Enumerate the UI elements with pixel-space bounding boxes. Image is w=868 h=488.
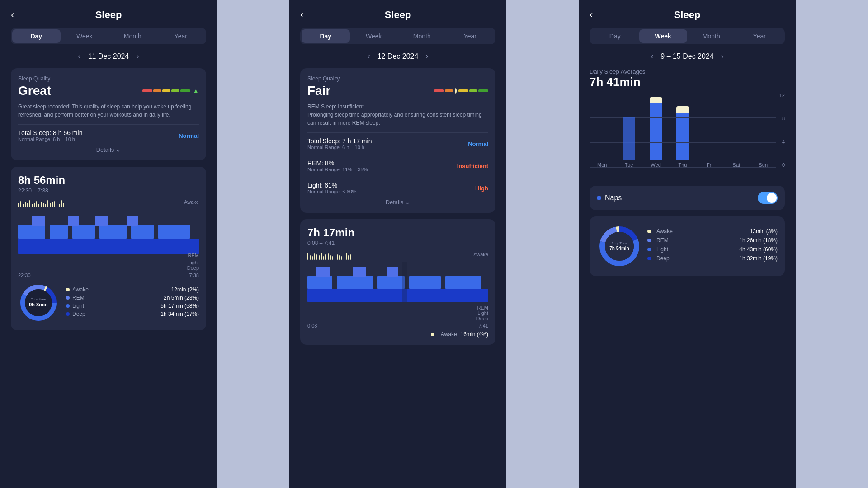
back-button-1[interactable]: ‹ (11, 9, 14, 21)
svg-rect-23 (445, 276, 481, 289)
avg-legend-rem: REM 1h 26min (18%) (647, 237, 778, 244)
svg-rect-26 (387, 267, 398, 277)
stat-total-2: Total Sleep: 7 h 17 min (307, 137, 372, 145)
svg-rect-3 (72, 225, 95, 239)
details-row-1[interactable]: Details ⌄ (18, 146, 199, 153)
svg-rect-6 (158, 225, 190, 239)
duration-time-2: 0:08 – 7:41 (307, 240, 488, 246)
daily-avg-value: 7h 41min (590, 75, 785, 89)
bar-mon: Mon (590, 93, 614, 168)
quality-stats-1: Total Sleep: 8 h 56 min Normal Range: 6 … (18, 124, 199, 142)
date-nav-1: ‹ 11 Dec 2024 › (11, 52, 206, 61)
tab-week-2[interactable]: Week (350, 29, 398, 43)
date-nav-3: ‹ 9 – 15 Dec 2024 › (590, 52, 785, 61)
date-label-3: 9 – 15 Dec 2024 (660, 52, 713, 61)
tab-day-1[interactable]: Day (12, 29, 61, 43)
legend-1: Awake 12min (2%) REM 2h 5min (23%) Light… (66, 286, 199, 319)
header-1: ‹ Sleep (11, 9, 206, 21)
prev-date-1[interactable]: ‹ (78, 52, 81, 61)
donut-section-1: Total time 9h 8min Awake 12min (2%) REM … (18, 282, 199, 323)
duration-card-2: 7h 17min 0:08 – 7:41 (300, 219, 495, 345)
tab-bar-1: Day Week Month Year (11, 28, 206, 44)
time-labels-2: 0:08 7:41 (307, 323, 488, 328)
back-button-3[interactable]: ‹ (590, 9, 593, 21)
bar-tue: Tue (616, 93, 641, 168)
awake-markers-2: Awake (307, 252, 488, 260)
tab-year-2[interactable]: Year (446, 29, 495, 43)
svg-rect-19 (307, 276, 332, 289)
svg-rect-2 (50, 225, 68, 239)
toggle-knob (767, 193, 777, 203)
panel-week-3: ‹ Sleep Day Week Month Year ‹ 9 – 15 Dec… (579, 0, 796, 488)
quality-card-2: Sleep Quality Fair REM Sleep: Insufficie… (300, 68, 495, 213)
stat-row-light-2: Light: 61% Normal Range: < 60% High (307, 178, 488, 194)
back-button-2[interactable]: ‹ (300, 9, 303, 21)
quality-card-1: Sleep Quality Great ▲ Great sleep record… (11, 68, 206, 160)
naps-toggle[interactable] (758, 192, 778, 204)
next-date-3[interactable]: › (721, 52, 724, 61)
tab-month-2[interactable]: Month (398, 29, 446, 43)
prev-date-3[interactable]: ‹ (651, 52, 653, 61)
tab-bar-3: Day Week Month Year (590, 28, 785, 44)
daily-avg-section: Daily Sleep Averages 7h 41min (590, 68, 785, 89)
details-row-2[interactable]: Details ⌄ (307, 199, 488, 206)
stat-range-1: Normal Range: 6 h – 10 h (18, 136, 82, 142)
next-date-2[interactable]: › (425, 52, 428, 61)
rem-label-1: REM (188, 253, 199, 258)
svg-rect-18 (307, 289, 488, 302)
tab-year-1[interactable]: Year (157, 29, 205, 43)
quality-bar-2 (434, 88, 488, 94)
stat-badge-normal-2: Normal (468, 141, 488, 147)
stat-light-range-2: Normal Range: < 60% (307, 189, 357, 194)
bar-wed: Wed (643, 93, 668, 168)
deep-label-1: Deep (187, 265, 199, 271)
next-date-1[interactable]: › (136, 52, 139, 61)
svg-rect-27 (402, 262, 407, 302)
deep-label-2: Deep (476, 316, 488, 321)
stat-badge-1: Normal (179, 132, 199, 139)
stat-range-2: Normal Range: 6 h – 10 h (307, 145, 372, 150)
duration-title-2: 7h 17min (307, 226, 488, 239)
tab-month-1[interactable]: Month (108, 29, 157, 43)
stat-badge-rem-2: Insufficient (457, 163, 488, 169)
svg-rect-1 (18, 225, 45, 239)
legend-rem-1: REM 2h 5min (23%) (66, 295, 199, 301)
tab-day-3[interactable]: Day (591, 29, 639, 43)
details-label-2: Details (386, 199, 404, 206)
tab-week-1[interactable]: Week (61, 29, 109, 43)
naps-label: Naps (597, 194, 622, 202)
svg-text:Avg. Time: Avg. Time (611, 241, 627, 245)
time-end-1: 7:38 (189, 272, 199, 278)
svg-rect-10 (127, 216, 138, 226)
bar-sun: Sun (751, 93, 776, 168)
prev-date-2[interactable]: ‹ (368, 52, 370, 61)
svg-rect-21 (377, 276, 405, 289)
naps-text: Naps (605, 194, 622, 202)
naps-row: Naps (590, 186, 785, 210)
tab-day-2[interactable]: Day (302, 29, 350, 43)
time-labels-1: 22:30 7:38 (18, 272, 199, 278)
tab-year-3[interactable]: Year (736, 29, 784, 43)
time-end-2: 7:41 (479, 323, 488, 328)
svg-rect-25 (353, 267, 366, 277)
duration-card-1: 8h 56min 22:30 – 7:38 (11, 167, 206, 330)
title-1: Sleep (95, 9, 122, 21)
tab-week-3[interactable]: Week (639, 29, 688, 43)
time-start-2: 0:08 (307, 323, 317, 328)
stat-rem-2: REM: 8% (307, 160, 368, 167)
svg-rect-24 (316, 267, 330, 277)
sleep-chart-svg-2 (307, 262, 488, 302)
svg-rect-7 (32, 216, 45, 226)
tab-month-3[interactable]: Month (687, 29, 736, 43)
quality-bar-1: ▲ (142, 87, 199, 94)
panel-day-2: ‹ Sleep Day Week Month Year ‹ 12 Dec 202… (289, 0, 506, 488)
svg-text:Total time: Total time (31, 297, 47, 301)
quality-desc-2: REM Sleep: Insufficient. Prolonging slee… (307, 103, 488, 127)
tab-bar-2: Day Week Month Year (300, 28, 495, 44)
svg-rect-20 (337, 276, 373, 289)
stat-total-1: Total Sleep: 8 h 56 min (18, 129, 82, 136)
details-chevron-2: ⌄ (405, 199, 410, 206)
legend-awake-1: Awake 12min (2%) (66, 286, 199, 293)
header-2: ‹ Sleep (300, 9, 495, 21)
date-label-1: 11 Dec 2024 (88, 52, 129, 61)
